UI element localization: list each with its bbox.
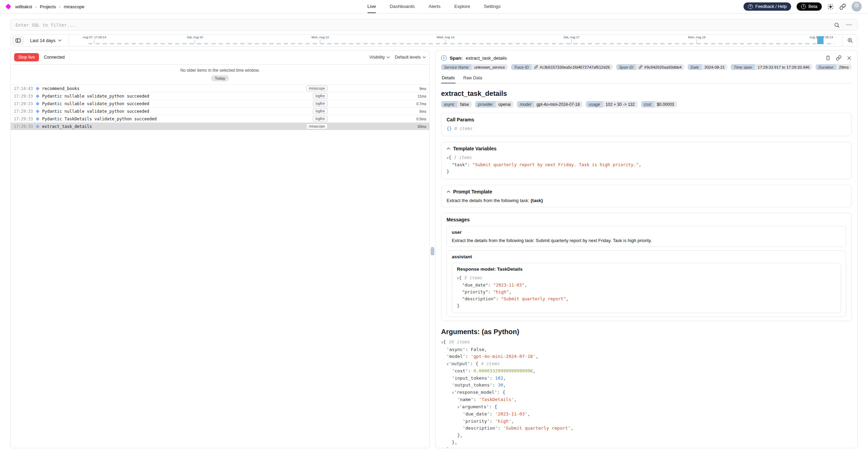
chevron-down-icon — [387, 56, 390, 59]
code-line: 'priority': 'high', — [441, 418, 852, 425]
more-options-icon[interactable]: ⋯ — [846, 23, 852, 27]
meta-chip-value: #9c942620aa93dbb4 — [644, 65, 681, 69]
nav-tab[interactable]: Alerts — [429, 0, 441, 13]
collapse-section-icon[interactable] — [447, 147, 450, 150]
code-line: {} 0 items — [447, 125, 846, 132]
timeline-tick-label: Mon, Aug 19 — [688, 36, 706, 39]
link-icon[interactable] — [639, 65, 642, 69]
call-params-card: Call Params {} 0 items — [441, 113, 852, 136]
code-line: } — [457, 302, 836, 309]
attribute-chip-label: async — [441, 101, 457, 108]
log-row[interactable]: 17:29:33 Pydantic nullable validate_pyth… — [11, 92, 429, 100]
scope-badge[interactable]: logfire — [313, 101, 328, 107]
beta-badge[interactable]: i Beta — [797, 2, 822, 11]
default-levels-label: Default levels — [395, 55, 421, 60]
nav-tab[interactable]: Explore — [454, 0, 470, 13]
search-icon[interactable] — [834, 22, 840, 28]
span-meta-chip: Trace ID #c3b5157330ea5c1fd4572747af512d… — [511, 64, 613, 70]
user-avatar[interactable] — [851, 1, 862, 12]
span-attribute-badges: async false provider openai model gpt-4o… — [441, 101, 852, 108]
code-line: 'cost': 0.00003329999999999996, — [441, 368, 852, 375]
log-row[interactable]: 17:29:33 Pydantic nullable validate_pyth… — [11, 100, 429, 107]
code-line: }, — [441, 446, 852, 449]
prompt-template-text: Extract the details from the following t… — [447, 198, 846, 203]
log-row-time: 17:14:43 — [14, 86, 36, 91]
code-line: ∨{ 3 items — [457, 274, 836, 282]
span-attribute-chip: provider openai — [475, 101, 513, 108]
nav-tab[interactable]: Live — [367, 0, 376, 13]
breadcrumb-projects[interactable]: Projects — [40, 4, 56, 9]
scope-badge[interactable]: logfire — [313, 116, 328, 122]
share-link-icon[interactable] — [839, 3, 846, 10]
timeline-tick: Mon, Aug 19 — [688, 36, 706, 43]
code-line: }, — [441, 439, 852, 446]
breadcrumb-project[interactable]: mirascope — [64, 4, 84, 9]
copy-link-icon[interactable] — [836, 55, 841, 61]
log-row[interactable]: 17:14:43 recommend_books mirascope 9ms — [11, 84, 429, 92]
log-row-time: 17:29:33 — [14, 109, 36, 114]
span-detail-tab[interactable]: Details — [441, 74, 456, 83]
logfire-logo[interactable] — [6, 4, 11, 10]
user-message-text: Extract the details from the following t… — [452, 238, 841, 243]
scope-badge[interactable]: mirascope — [306, 123, 328, 129]
sidebar-toggle-button[interactable] — [12, 36, 24, 45]
scope-badge[interactable]: logfire — [313, 93, 328, 99]
code-line: 'name': 'TaskDetails', — [441, 396, 852, 403]
visibility-menu[interactable]: Visibility — [369, 55, 390, 60]
span-detail-tab[interactable]: Raw Data — [462, 74, 483, 83]
theme-toggle-icon[interactable] — [827, 3, 834, 10]
code-line: 'description': 'Submit quarterly report'… — [441, 425, 852, 432]
span-kind-label: Span: — [450, 56, 463, 61]
timeline-spike[interactable] — [817, 36, 824, 44]
feedback-help-button[interactable]: ? Feedback / Help — [744, 2, 791, 11]
span-name: extract_task_details — [466, 56, 507, 61]
timeline-tick-mark — [571, 39, 572, 43]
log-row-list: 17:14:43 recommend_books mirascope 9ms 1… — [11, 84, 429, 130]
beta-label: Beta — [808, 4, 817, 9]
response-model-title: Response model: TaskDetails — [457, 267, 836, 272]
open-drawer-icon[interactable] — [825, 55, 831, 61]
default-levels-menu[interactable]: Default levels — [395, 55, 426, 60]
link-icon[interactable] — [534, 65, 538, 69]
log-row[interactable]: 17:29:33 Pydantic nullable validate_pyth… — [11, 107, 429, 115]
call-params-code: {} 0 items — [447, 125, 846, 132]
timeline-tick-mark — [445, 39, 446, 43]
timeline-tick-label: Wed, Aug 14 — [437, 36, 454, 39]
log-row[interactable]: 17:29:33 extract_task_details mirascope … — [11, 122, 429, 130]
visibility-label: Visibility — [369, 55, 385, 60]
attribute-chip-label: provider — [475, 101, 496, 108]
attribute-chip-value: gpt-4o-mini-2024-07-18 — [534, 101, 582, 108]
timeline-zoom-button[interactable] — [842, 34, 857, 46]
user-role-label: user — [452, 230, 841, 235]
nav-tab[interactable]: Settings — [484, 0, 501, 13]
span-meta-chip: Time span 17:29:33.917 to 17:29:33.946 — [731, 64, 812, 70]
span-info-icon: i — [441, 55, 447, 61]
log-row-time: 17:29:33 — [14, 94, 36, 99]
scope-badge[interactable]: logfire — [313, 108, 328, 114]
meta-chip-label: Time span — [731, 64, 755, 70]
stop-live-button[interactable]: Stop live — [14, 53, 39, 61]
day-divider-badge: Today — [211, 75, 229, 81]
breadcrumb-org[interactable]: willbakst — [15, 4, 32, 9]
breadcrumb-separator: › — [35, 4, 37, 9]
collapse-section-icon[interactable] — [447, 190, 450, 193]
timeline-histogram[interactable]: Aug 07, 17:26:14 Sat, Aug 10 Mon, Aug 12… — [69, 34, 842, 46]
code-line: "task": "Submit quarterly report by next… — [447, 161, 846, 168]
span-meta-badges: Service Name unknown_service Trace ID — [441, 64, 852, 74]
resize-grip-handle[interactable] — [431, 247, 435, 255]
code-line: ∨'output': { 4 items — [441, 360, 852, 368]
nav-tab[interactable]: Dashboards — [390, 0, 415, 13]
timeline-tick-mark — [320, 39, 320, 43]
span-attribute-chip: model gpt-4o-mini-2024-07-18 — [517, 101, 582, 108]
span-meta-chip: Date 2024-08-21 — [688, 64, 727, 70]
attribute-chip-label: model — [517, 101, 534, 108]
log-row[interactable]: 17:29:33 Pydantic TaskDetails validate_p… — [11, 115, 429, 122]
sql-filter-input[interactable] — [16, 22, 834, 28]
span-attribute-chip: cost $0.00003 — [641, 101, 677, 108]
scope-badge[interactable]: mirascope — [306, 86, 328, 91]
meta-chip-label: Span ID — [616, 64, 636, 70]
close-icon[interactable] — [847, 56, 852, 61]
timeline-tick: Sat, Aug 17 — [563, 36, 580, 43]
span-diamond-icon — [36, 109, 39, 113]
time-range-selector[interactable]: Last 14 days — [25, 34, 69, 46]
